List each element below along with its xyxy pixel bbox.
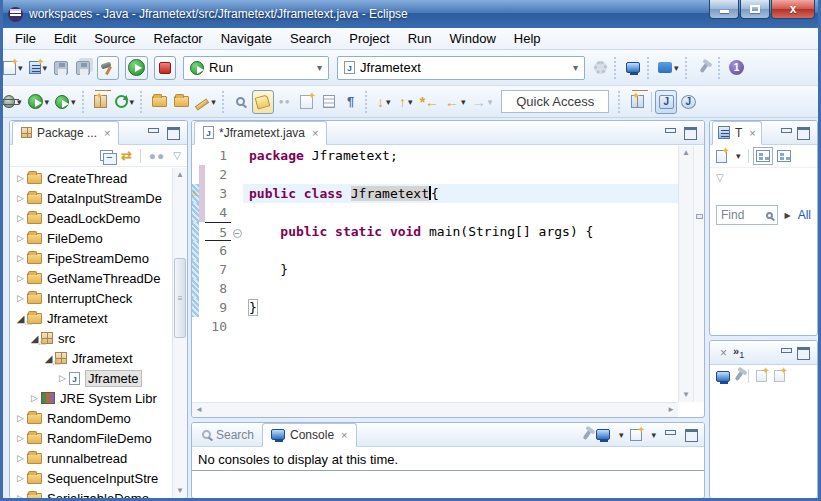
tree-item-fipestreamdemo[interactable]: ▷FipeStreamDemo: [10, 248, 172, 268]
collapsed-arrow-icon[interactable]: ▷: [14, 213, 27, 223]
tree-item-randomdemo[interactable]: ▷RandomDemo: [10, 408, 172, 428]
maximize-view-button[interactable]: [796, 127, 810, 138]
open-element-button[interactable]: [170, 90, 192, 114]
update-project-button[interactable]: ▾: [112, 90, 138, 114]
minimize-view-button[interactable]: [663, 127, 677, 138]
scheduled-view-button[interactable]: [777, 150, 791, 162]
collapsed-arrow-icon[interactable]: ▷: [14, 433, 27, 443]
run-history-button[interactable]: ▾: [655, 56, 682, 80]
scroll-up-icon[interactable]: ▲: [679, 146, 693, 160]
menu-source[interactable]: Source: [85, 29, 144, 48]
collapsed-arrow-icon[interactable]: ▷: [14, 193, 27, 203]
new-task-button[interactable]: [716, 150, 727, 163]
run-as-button[interactable]: ▾: [25, 90, 53, 114]
tree-item-jframete[interactable]: ▷JJframete: [10, 368, 172, 388]
code-line-10[interactable]: 10: [192, 317, 678, 336]
code-line-8[interactable]: 8: [192, 279, 678, 298]
run-configuration-combo[interactable]: Run ▾: [183, 56, 329, 80]
previous-annotation-button[interactable]: ↑▾: [395, 90, 417, 114]
menu-refactor[interactable]: Refactor: [145, 29, 212, 48]
maximize-view-button[interactable]: [166, 127, 180, 138]
collapsed-arrow-icon[interactable]: ▷: [14, 173, 27, 183]
code-text[interactable]: [243, 203, 678, 222]
tree-item-src[interactable]: ◢⚠src: [10, 328, 172, 348]
save-button[interactable]: [50, 56, 72, 80]
dropdown-icon[interactable]: ▾: [408, 97, 413, 107]
scroll-right-icon[interactable]: ►: [664, 403, 678, 417]
close-tab-icon[interactable]: ×: [749, 127, 755, 139]
menu-project[interactable]: Project: [340, 29, 398, 48]
launch-target-combo[interactable]: J Jframetext ▾: [337, 56, 585, 80]
code-text[interactable]: }: [243, 298, 678, 317]
collapse-all-button[interactable]: [100, 150, 113, 161]
tree-item-jframetext[interactable]: ◢⚠Jframetext: [10, 348, 172, 368]
menu-file[interactable]: File: [6, 29, 45, 48]
search-button[interactable]: [230, 90, 252, 114]
dropdown-icon[interactable]: ▾: [674, 63, 679, 73]
code-text[interactable]: [243, 317, 678, 336]
find-task-input[interactable]: Find: [716, 205, 778, 225]
launch-settings-button[interactable]: [589, 56, 611, 80]
show-whitespace-button[interactable]: ¶: [340, 90, 362, 114]
tab-search[interactable]: Search: [194, 423, 262, 447]
dropdown-icon[interactable]: ▾: [461, 97, 466, 107]
code-line-6[interactable]: 6: [192, 241, 678, 260]
dropdown-icon[interactable]: ▾: [488, 97, 493, 107]
collapsed-arrow-icon[interactable]: ▷: [14, 413, 27, 423]
minimize-view-button[interactable]: [779, 347, 793, 358]
code-line-2[interactable]: 2: [192, 165, 678, 184]
tree-item-datainputstreamde[interactable]: ▷DataInputStreamDe: [10, 188, 172, 208]
close-tab-icon[interactable]: ×: [341, 429, 347, 441]
minimize-view-button[interactable]: [146, 127, 160, 138]
editor-vertical-scrollbar[interactable]: ▲ ▼: [678, 146, 693, 402]
tree-item-runnalbetread[interactable]: ▷runnalbetread: [10, 448, 172, 468]
collapse-fold-icon[interactable]: –: [233, 229, 242, 238]
close-tab-icon[interactable]: ×: [104, 127, 110, 139]
toggle-mark-occurrences-button[interactable]: [252, 90, 274, 114]
annotation-marker[interactable]: [696, 214, 703, 219]
focus-on-active-task-button[interactable]: ●●: [149, 149, 166, 163]
code-text[interactable]: [243, 279, 678, 298]
code-text[interactable]: [243, 165, 678, 184]
chevron-down-icon[interactable]: ▾: [573, 62, 578, 73]
dropdown-icon[interactable]: ▾: [71, 97, 76, 107]
skip-breakpoints-button[interactable]: [693, 56, 715, 80]
pin-console-button[interactable]: [582, 429, 591, 439]
close-window-button[interactable]: x: [771, 0, 815, 19]
menu-window[interactable]: Window: [441, 29, 505, 48]
title-bar[interactable]: workspaces - Java - Jframetext/src/Jfram…: [0, 0, 821, 28]
maximize-view-button[interactable]: [683, 127, 697, 138]
editor-horizontal-scrollbar[interactable]: ◄ ►: [192, 402, 678, 417]
open-task-button[interactable]: [148, 90, 170, 114]
collapsed-arrow-icon[interactable]: ▷: [14, 253, 27, 263]
menu-edit[interactable]: Edit: [45, 29, 85, 48]
maximize-window-button[interactable]: [740, 0, 770, 19]
dropdown-icon[interactable]: ▾: [619, 430, 624, 440]
display-console-button[interactable]: [596, 429, 610, 440]
collapsed-arrow-icon[interactable]: ▷: [14, 453, 27, 463]
maximize-view-button[interactable]: [684, 429, 698, 440]
menu-search[interactable]: Search: [281, 29, 340, 48]
quick-access-input[interactable]: Quick Access: [501, 90, 609, 113]
minimize-window-button[interactable]: [709, 0, 739, 19]
build-button[interactable]: [97, 56, 119, 80]
new-wizard-button[interactable]: ▾: [0, 56, 26, 80]
new-java-project-button-2[interactable]: [90, 90, 112, 114]
close-tab-icon[interactable]: ×: [720, 346, 727, 360]
dropdown-icon[interactable]: ▾: [736, 151, 741, 161]
tree-item-randomfiledemo[interactable]: ▷RandomFileDemo: [10, 428, 172, 448]
view-menu-button[interactable]: ▽: [716, 172, 724, 183]
dropdown-icon[interactable]: ▾: [45, 97, 50, 107]
scroll-down-icon[interactable]: ▼: [679, 388, 693, 402]
chevron-down-icon[interactable]: ▾: [317, 62, 322, 73]
tab-console[interactable]: Console ×: [262, 423, 356, 447]
run-button[interactable]: [125, 56, 148, 80]
code-line-3[interactable]: ⚠3public class Jframetext{: [192, 184, 678, 203]
open-perspective-button[interactable]: [626, 90, 648, 114]
tree-item-deadlockdemo[interactable]: ▷DeadLockDemo: [10, 208, 172, 228]
next-annotation-setting-button[interactable]: ●●: [274, 90, 296, 114]
code-line-4[interactable]: 4: [192, 203, 678, 222]
tree-item-jframetext[interactable]: ◢⚠Jframetext: [10, 308, 172, 328]
next-annotation-button[interactable]: ↓▾: [373, 90, 395, 114]
collapsed-arrow-icon[interactable]: ▷: [14, 293, 27, 303]
